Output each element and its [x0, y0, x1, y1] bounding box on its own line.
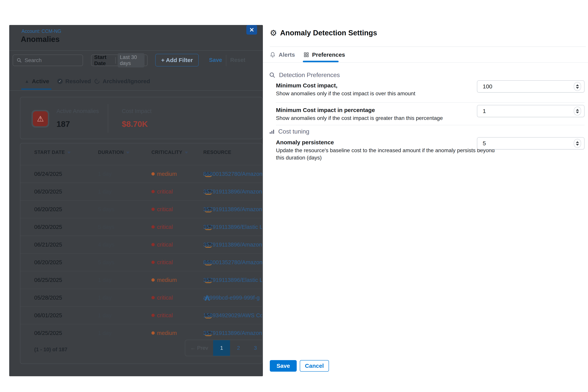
criticality-dot-icon	[152, 261, 155, 264]
criticality-label: critical	[157, 206, 173, 212]
table-row[interactable]: 06/01/2025 1 day critical aws 1589349290…	[20, 306, 262, 324]
stepper-control[interactable]	[574, 82, 581, 91]
setting-label-min-cost-impact: Minimum Cost impact,	[276, 82, 338, 89]
min-cost-impact-percentage-input[interactable]: 1	[477, 105, 584, 117]
cancel-button[interactable]: Cancel	[300, 360, 329, 372]
table-row[interactable]: 06/20/2025 5 days critical aws 357919113…	[20, 200, 262, 218]
cell-duration: 4 days	[98, 242, 114, 248]
criticality-dot-icon	[152, 314, 155, 317]
anomaly-detection-settings-panel: ⚙ Anomaly Detection Settings Alerts Pref…	[263, 0, 588, 392]
table-row[interactable]: 06/21/2025 4 days critical aws 357919113…	[20, 236, 262, 253]
tab-preferences[interactable]: Preferences	[304, 52, 345, 58]
table-row[interactable]: 06/20/2025 1 day critical aws 3579191138…	[20, 182, 262, 200]
filter-save-button[interactable]: Save	[209, 57, 222, 63]
close-button[interactable]: ✕	[246, 25, 257, 34]
criticality-label: critical	[157, 294, 173, 301]
cell-duration: 1 day	[98, 294, 112, 301]
column-header-start-date[interactable]: START DATE	[34, 150, 71, 155]
cell-start-date: 06/20/2025	[34, 259, 62, 266]
criticality-dot-icon	[152, 278, 155, 282]
criticality-badge: critical	[152, 312, 173, 318]
tab-label: Alerts	[279, 52, 295, 58]
cost-impact-label: Cost Impact	[122, 108, 152, 114]
resource-link[interactable]: 357919113896/Amazon	[203, 188, 262, 195]
stepper-control[interactable]	[574, 107, 581, 116]
resource-link[interactable]: a9999bcd-e999-999f-g	[203, 294, 260, 301]
column-header-duration[interactable]: DURATION	[98, 150, 130, 155]
step-up-icon	[576, 84, 579, 86]
criticality-badge: medium	[152, 277, 177, 283]
input-value[interactable]: 1	[483, 108, 574, 114]
tab-label: Resolved	[65, 78, 91, 84]
page-title: Anomalies	[21, 35, 60, 44]
resource-link[interactable]: 868001352780/Amazon	[203, 259, 262, 266]
anomaly-persistence-input[interactable]: 5	[477, 137, 584, 150]
tab-alerts[interactable]: Alerts	[270, 52, 295, 58]
sort-icon[interactable]	[126, 151, 130, 154]
criticality-badge: medium	[152, 330, 177, 336]
cell-start-date: 06/20/2025	[34, 206, 62, 212]
cell-start-date: 06/01/2025	[34, 312, 62, 318]
page-button-3[interactable]: 3	[247, 340, 262, 356]
criticality-badge: critical	[152, 259, 173, 266]
min-cost-impact-input[interactable]: 100	[477, 80, 584, 92]
tab-active[interactable]: ▲ Active	[24, 78, 49, 84]
criticality-label: critical	[157, 312, 173, 318]
save-button[interactable]: Save	[270, 360, 297, 372]
cost-impact-value: $8.70K	[122, 120, 148, 129]
table-body: 06/24/2025 1 day medium aws 868001352780…	[20, 165, 262, 342]
prev-page-button[interactable]: ← Prev	[185, 340, 213, 356]
page-button-2[interactable]: 2	[230, 340, 247, 356]
search-placeholder: Search	[24, 57, 42, 64]
input-value[interactable]: 5	[483, 140, 574, 146]
table-row[interactable]: 06/25/2025 1 day medium aws 357919113896…	[20, 271, 262, 288]
cell-start-date: 05/28/2025	[34, 294, 62, 301]
sort-icon[interactable]	[185, 151, 188, 154]
active-tab-indicator	[303, 61, 338, 62]
search-input[interactable]: Search	[13, 54, 83, 66]
criticality-dot-icon	[152, 190, 155, 193]
start-date-filter[interactable]: Start Date Last 30 days	[91, 54, 148, 66]
criticality-badge: critical	[152, 188, 173, 195]
section-detection-preferences: Detection Preferences	[269, 72, 340, 78]
criticality-label: critical	[157, 188, 173, 195]
start-date-value: Last 30 days	[118, 53, 144, 68]
divider	[108, 104, 108, 132]
stepper-control[interactable]	[574, 139, 581, 148]
resource-link[interactable]: 357919113896/Amazon	[203, 242, 262, 248]
criticality-label: critical	[157, 224, 173, 230]
input-value[interactable]: 100	[483, 83, 574, 90]
table-row[interactable]: 06/24/2025 1 day medium aws 868001352780…	[20, 165, 262, 182]
divider	[276, 102, 584, 102]
table-row[interactable]: 06/20/2025 5 days critical aws 868001352…	[20, 253, 262, 271]
resource-link[interactable]: 357919113896/Elastic L	[203, 277, 262, 283]
step-up-icon	[576, 141, 579, 143]
page-button-1[interactable]: 1	[213, 340, 230, 356]
account-breadcrumb-link[interactable]: Account: CCM-NG	[22, 28, 61, 34]
settings-title: Anomaly Detection Settings	[280, 29, 377, 37]
resource-link[interactable]: 357919113896/Amazon	[203, 330, 262, 336]
gear-icon: ⚙	[270, 29, 277, 37]
criticality-label: medium	[157, 171, 177, 177]
filter-reset-button[interactable]: Reset	[230, 57, 246, 63]
tab-archived-ignored[interactable]: Archived/Ignored	[94, 78, 150, 84]
add-filter-button[interactable]: + Add Filter	[155, 54, 199, 66]
tab-label: Active	[32, 78, 49, 84]
tab-resolved[interactable]: ✓ Resolved	[57, 78, 91, 84]
cell-duration: 1 day	[98, 312, 112, 318]
table-row[interactable]: 06/20/2025 5 days critical aws 357919113…	[20, 218, 262, 236]
resource-link[interactable]: 158934929029/AWS Co	[203, 312, 262, 318]
cell-start-date: 06/21/2025	[34, 242, 62, 248]
sort-icon[interactable]	[67, 151, 71, 154]
table-row[interactable]: 05/28/2025 1 day critical aws a9999bcd-e…	[20, 288, 262, 306]
column-header-criticality[interactable]: CRITICALITY	[152, 150, 188, 155]
criticality-dot-icon	[152, 243, 155, 246]
cell-duration: 5 days	[98, 206, 114, 212]
divider	[263, 62, 588, 63]
resource-link[interactable]: 868001352780/Amazon	[203, 171, 262, 177]
table-row[interactable]: 06/25/2025 1 day medium aws 357919113896…	[20, 324, 262, 342]
resource-link[interactable]: 357919113896/Elastic L	[203, 224, 262, 230]
tab-label: Preferences	[312, 52, 345, 58]
resource-link[interactable]: 357919113896/Amazon	[203, 206, 262, 212]
warning-triangle-icon: ▲	[24, 78, 29, 84]
